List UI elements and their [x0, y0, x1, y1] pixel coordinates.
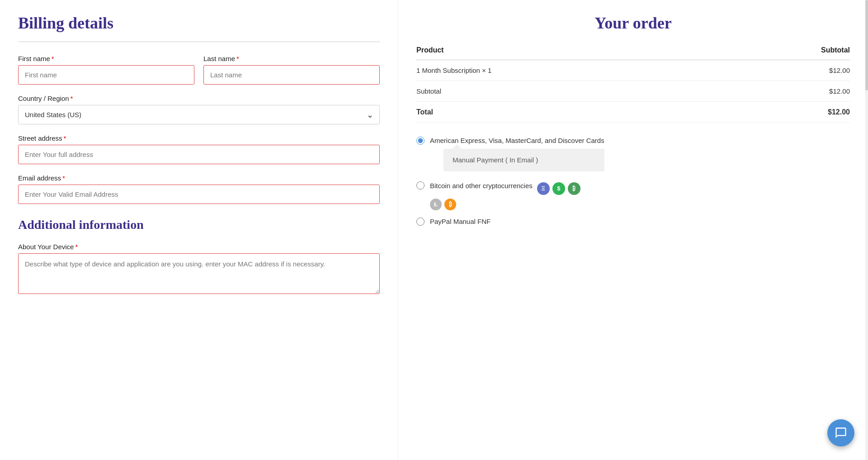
billing-title: Billing details — [18, 14, 380, 33]
crypto-icons: Ξ $ ₿ — [537, 182, 580, 195]
ethereum-icon: Ξ — [537, 182, 550, 195]
additional-title: Additional information — [18, 218, 380, 232]
table-row: 1 Month Subscription × 1 $12.00 — [416, 60, 850, 81]
required-star-3: * — [71, 95, 73, 102]
first-name-label: First name* — [18, 55, 194, 62]
divider — [18, 42, 380, 42]
payment-radio-crypto[interactable] — [416, 181, 425, 190]
last-name-label: Last name* — [203, 55, 380, 62]
scrollbar-track[interactable] — [865, 0, 868, 460]
chat-icon — [835, 427, 847, 439]
bitcoin-icon: ₿ — [444, 199, 456, 210]
billing-form-panel: Billing details First name* Last name* C… — [0, 0, 398, 460]
country-select-wrapper: United States (US) Canada United Kingdom… — [18, 105, 380, 124]
product-name: 1 Month Subscription × 1 — [416, 60, 730, 81]
litecoin-icon: Ł — [430, 199, 442, 210]
device-group: About Your Device* — [18, 243, 380, 294]
chat-button[interactable] — [827, 419, 854, 446]
required-star: * — [52, 55, 54, 62]
total-label: Total — [416, 102, 730, 123]
total-value: $12.00 — [730, 102, 850, 123]
email-input[interactable] — [18, 185, 380, 204]
required-star-5: * — [62, 174, 65, 182]
street-label: Street address* — [18, 134, 380, 142]
col-product: Product — [416, 46, 730, 60]
total-row: Total $12.00 — [416, 102, 850, 123]
payment-option-card: American Express, Visa, MasterCard, and … — [416, 136, 850, 171]
country-label: Country / Region* — [18, 95, 380, 102]
last-name-input[interactable] — [203, 65, 380, 85]
street-input[interactable] — [18, 145, 380, 164]
order-table: Product Subtotal 1 Month Subscription × … — [416, 46, 850, 123]
device-label: About Your Device* — [18, 243, 380, 251]
email-label: Email address* — [18, 174, 380, 182]
subtotal-value: $12.00 — [730, 81, 850, 102]
country-group: Country / Region* United States (US) Can… — [18, 95, 380, 124]
name-row: First name* Last name* — [18, 55, 380, 85]
street-group: Street address* — [18, 134, 380, 164]
payment-crypto-content: Bitcoin and other cryptocurrencies Ξ $ ₿… — [430, 180, 580, 210]
last-name-group: Last name* — [203, 55, 380, 85]
scrollbar-thumb[interactable] — [865, 0, 868, 90]
required-star-4: * — [64, 134, 66, 142]
payment-paypal-label[interactable]: PayPal Manual FNF — [430, 217, 491, 227]
product-price: $12.00 — [730, 60, 850, 81]
payment-option-paypal: PayPal Manual FNF — [416, 217, 850, 230]
subtotal-label: Subtotal — [416, 81, 730, 102]
required-star-6: * — [75, 243, 78, 251]
country-select[interactable]: United States (US) Canada United Kingdom — [18, 105, 380, 124]
payment-option-crypto: Bitcoin and other cryptocurrencies Ξ $ ₿… — [416, 180, 850, 210]
subtotal-row: Subtotal $12.00 — [416, 81, 850, 102]
payment-box: Manual Payment ( In Email ) — [443, 149, 604, 171]
payment-card-label[interactable]: American Express, Visa, MasterCard, and … — [430, 137, 604, 144]
order-title: Your order — [416, 14, 850, 33]
required-star-2: * — [236, 55, 239, 62]
payment-radio-card[interactable] — [416, 137, 425, 145]
crypto-icons-row2: Ł ₿ — [430, 199, 580, 210]
usd-coin-icon: $ — [552, 182, 565, 195]
payment-section: American Express, Visa, MasterCard, and … — [416, 136, 850, 229]
device-textarea[interactable] — [18, 253, 380, 294]
first-name-input[interactable] — [18, 65, 194, 85]
first-name-group: First name* — [18, 55, 194, 85]
payment-radio-paypal[interactable] — [416, 218, 425, 226]
col-subtotal: Subtotal — [730, 46, 850, 60]
bitcoin-cash-icon: ₿ — [568, 182, 580, 195]
payment-card-content: American Express, Visa, MasterCard, and … — [430, 136, 604, 171]
order-panel: Your order Product Subtotal 1 Month Subs… — [398, 0, 868, 460]
payment-crypto-label[interactable]: Bitcoin and other cryptocurrencies — [430, 181, 533, 191]
payment-box-text: Manual Payment ( In Email ) — [453, 156, 538, 164]
email-group: Email address* — [18, 174, 380, 204]
